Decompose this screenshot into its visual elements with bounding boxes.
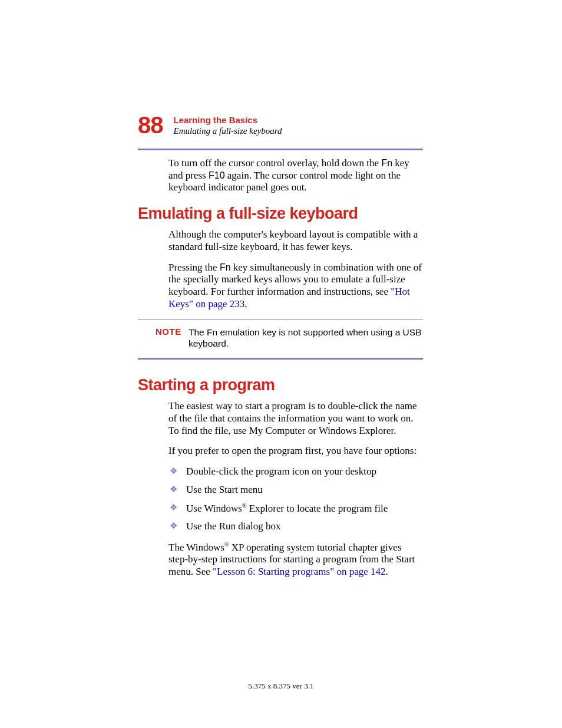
- list-item: Double-click the program icon on your de…: [168, 466, 423, 478]
- text: Use Windows: [186, 502, 242, 513]
- bullet-list: Double-click the program icon on your de…: [168, 466, 423, 533]
- paragraph: Although the computer's keyboard layout …: [168, 229, 423, 253]
- note-label: NOTE: [156, 327, 189, 337]
- note-divider-bottom: [138, 358, 423, 360]
- note-block: NOTE The Fn emulation key is not support…: [156, 327, 423, 350]
- divider: [138, 149, 423, 150]
- page-number: 88: [138, 113, 163, 137]
- key-fn: Fn: [381, 158, 392, 168]
- page-footer: 5.375 x 8.375 ver 3.1: [0, 681, 562, 691]
- paragraph: If you prefer to open the program first,…: [168, 445, 423, 457]
- section-subtitle: Emulating a full-size keyboard: [174, 126, 282, 136]
- paragraph: The Windows® XP operating system tutoria…: [168, 541, 423, 578]
- section-heading-starting: Starting a program: [138, 376, 423, 394]
- text: To turn off the cursor control overlay, …: [168, 157, 381, 169]
- key-f10: F10: [209, 170, 225, 180]
- text: Pressing the: [168, 262, 220, 273]
- text: .: [244, 298, 247, 309]
- note-divider-top: [138, 319, 423, 319]
- note-text: The Fn emulation key is not supported wh…: [189, 327, 423, 350]
- text: Explorer to locate the program file: [246, 502, 388, 513]
- intro-block: To turn off the cursor control overlay, …: [168, 157, 423, 194]
- section1-body: Although the computer's keyboard layout …: [168, 229, 423, 310]
- text: The Windows: [168, 541, 224, 552]
- section2-body: The easiest way to start a program is to…: [168, 400, 423, 578]
- list-item: Use the Run dialog box: [168, 521, 423, 533]
- intro-paragraph: To turn off the cursor control overlay, …: [168, 157, 423, 194]
- page-header: 88 Learning the Basics Emulating a full-…: [138, 113, 423, 137]
- chapter-title: Learning the Basics: [174, 115, 282, 125]
- page-content: 88 Learning the Basics Emulating a full-…: [138, 113, 423, 587]
- list-item: Use the Start menu: [168, 484, 423, 496]
- paragraph: The easiest way to start a program is to…: [168, 400, 423, 437]
- paragraph: Pressing the Fn key simultaneously in co…: [168, 262, 423, 311]
- list-item: Use Windows® Explorer to locate the prog…: [168, 502, 423, 515]
- key-fn: Fn: [220, 262, 231, 272]
- text: .: [385, 566, 388, 577]
- cross-reference-link[interactable]: "Lesson 6: Starting programs" on page 14…: [213, 566, 385, 577]
- header-text: Learning the Basics Emulating a full-siz…: [174, 113, 282, 136]
- section-heading-emulating: Emulating a full-size keyboard: [138, 205, 423, 223]
